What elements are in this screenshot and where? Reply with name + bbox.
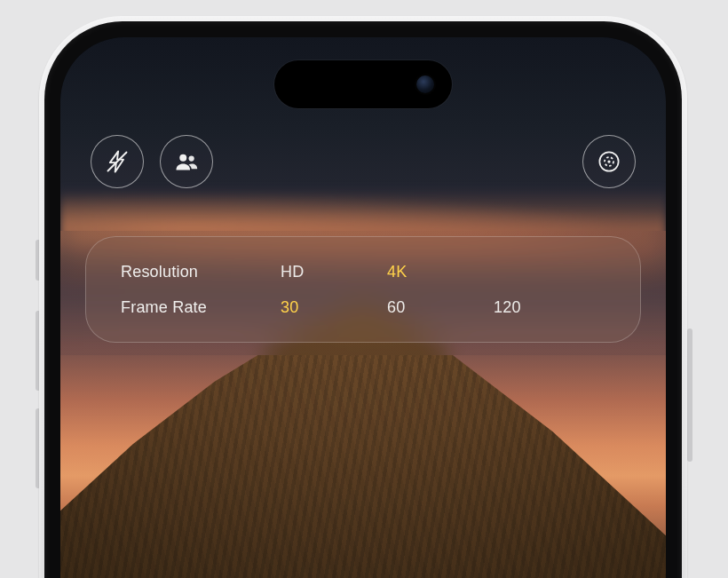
video-settings-panel: Resolution HD 4K Frame Rate 30 60 120 bbox=[85, 236, 641, 343]
phone-frame: Resolution HD 4K Frame Rate 30 60 120 bbox=[39, 16, 687, 578]
frame-rate-option-60[interactable]: 60 bbox=[387, 298, 494, 317]
frame-rate-row: Frame Rate 30 60 120 bbox=[121, 295, 620, 320]
svg-point-3 bbox=[189, 155, 194, 161]
camera-viewfinder[interactable]: Resolution HD 4K Frame Rate 30 60 120 bbox=[60, 37, 666, 578]
frame-rate-option-30[interactable]: 30 bbox=[281, 298, 387, 317]
phone-bezel: Resolution HD 4K Frame Rate 30 60 120 bbox=[44, 21, 682, 578]
top-controls bbox=[60, 135, 666, 197]
resolution-option-hd[interactable]: HD bbox=[281, 263, 387, 281]
side-power-button bbox=[687, 329, 692, 462]
people-icon bbox=[173, 148, 200, 175]
frame-rate-label: Frame Rate bbox=[121, 298, 281, 317]
dynamic-island bbox=[274, 60, 452, 108]
flash-toggle-button[interactable] bbox=[91, 135, 144, 188]
resolution-option-4k[interactable]: 4K bbox=[387, 263, 494, 281]
front-camera-lens bbox=[416, 75, 434, 93]
people-mode-button[interactable] bbox=[160, 135, 213, 188]
camera-profile-button[interactable] bbox=[582, 135, 636, 188]
target-icon bbox=[596, 148, 622, 175]
svg-point-2 bbox=[179, 154, 186, 162]
resolution-label: Resolution bbox=[121, 263, 281, 281]
resolution-row: Resolution HD 4K bbox=[121, 259, 620, 284]
flash-off-icon bbox=[105, 149, 130, 174]
frame-rate-option-120[interactable]: 120 bbox=[494, 298, 600, 317]
svg-point-6 bbox=[607, 160, 610, 162]
